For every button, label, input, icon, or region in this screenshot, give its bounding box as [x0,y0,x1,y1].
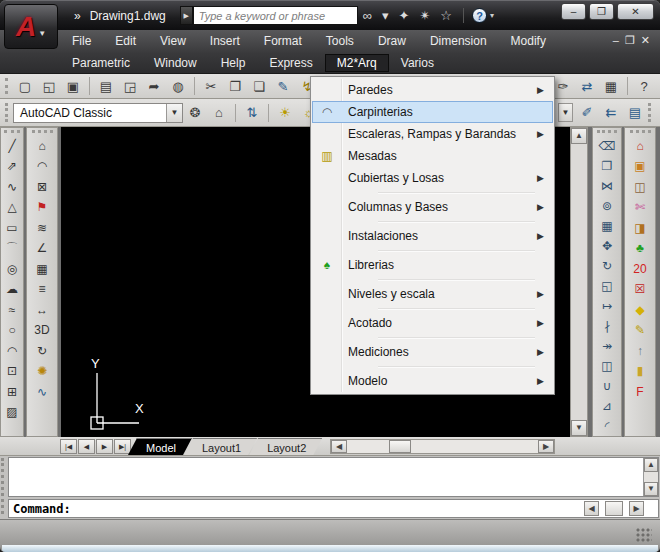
menu-item-niveles[interactable]: Niveles y escala ▶ [312,283,553,305]
menu-insert[interactable]: Insert [198,32,252,50]
snip-tool-button[interactable]: ✄ [630,198,650,219]
mirror-button[interactable]: ⋈ [597,176,617,196]
menu-item-paredes[interactable]: Paredes ▶ [312,79,553,101]
cut-button[interactable]: ✂ [200,76,222,97]
menu-edit[interactable]: Edit [103,32,148,50]
arc-button[interactable]: ⌒ [2,239,22,260]
menu-tools[interactable]: Tools [314,32,366,50]
rotate-center-button[interactable]: ↻ [32,341,52,362]
door-swing-button[interactable]: ◠ [32,157,52,178]
first-tab-button[interactable]: |◀ [60,439,77,454]
horizontal-scrollbar[interactable]: ◀ ▶ [330,439,555,454]
command-history[interactable]: Enter new value for WSCURRENT <"2D Draft… [8,457,659,497]
plumbing-button[interactable]: ∿ [32,382,52,403]
f-tool-button[interactable]: F [630,382,650,403]
scroll-up-button[interactable]: ▲ [571,128,587,144]
menu-express[interactable]: Express [257,54,324,72]
scroll-right-button[interactable]: ▶ [538,440,554,453]
open-button[interactable]: ◱ [38,76,60,97]
doc-minimize-button[interactable]: – [613,33,619,47]
tab-layout2[interactable]: Layout2 [249,438,322,455]
rotate-button[interactable]: ↻ [597,256,617,276]
doc-close-button[interactable]: ✕ [641,33,650,47]
prev-tab-button[interactable]: ◀ [78,439,95,454]
menu-item-modelo[interactable]: Modelo ▶ [312,370,553,392]
make-block-button[interactable]: ⊞ [2,382,22,403]
make-object-layer-current-button[interactable]: ✐ [576,102,598,123]
help-button[interactable]: ? [633,76,655,97]
vertical-scrollbar[interactable]: ▲ ▼ [570,127,588,437]
stairs-button[interactable]: ≋ [32,218,52,239]
menu-file[interactable]: File [60,32,103,50]
last-tab-button[interactable]: ▶| [114,439,131,454]
delete-doc-tool-button[interactable]: ☒ [630,280,650,301]
offset-button[interactable]: ⊚ [597,196,617,216]
scale-button[interactable]: ◱ [597,276,617,296]
layer-translator-button[interactable]: ⇄ [576,76,598,97]
ellipse-arc-button[interactable]: ◠ [2,341,22,362]
command-input[interactable]: Command: ◀ ▶ [8,499,659,518]
maximize-button[interactable]: ❐ [589,3,614,20]
dimension-21-button[interactable]: ↔ [32,300,52,321]
command-h-scrollbar[interactable]: ◀ ▶ [584,501,646,516]
scroll-left-button[interactable]: ◀ [331,440,347,453]
menu-view[interactable]: View [148,32,198,50]
arrow-up-tool-button[interactable]: ↑ [630,341,650,362]
workspace-combobox[interactable]: AutoCAD Classic ▼ [13,103,183,123]
marker-button[interactable]: ⚑ [32,198,52,219]
polyline-button[interactable]: ∿ [2,177,22,198]
scroll-right-button[interactable]: ▶ [629,501,644,516]
menu-window[interactable]: Window [142,54,209,72]
scroll-left-button[interactable]: ◀ [584,501,599,516]
menu-item-instalaciones[interactable]: Instalaciones ▶ [312,225,553,247]
application-menu-button[interactable]: A ▼ [4,4,58,49]
search-options-dropdown-icon[interactable]: ▾ [378,8,393,23]
toolbar-grip[interactable] [5,78,9,95]
tab-layout1[interactable]: Layout1 [184,438,257,455]
plot-preview-button[interactable]: ◲ [119,76,141,97]
menu-item-escaleras[interactable]: Escaleras, Rampas y Barandas ▶ [312,123,553,145]
communication-center-icon[interactable]: ✴ [415,8,434,23]
3d-dwf-button[interactable]: ◍ [167,76,189,97]
revision-cloud-button[interactable]: ☁ [2,280,22,301]
menu-item-mesadas[interactable]: ▥ Mesadas [312,145,553,167]
menu-format[interactable]: Format [252,32,314,50]
tree-tool-button[interactable]: ♣ [630,239,650,260]
ramp-button[interactable]: ∠ [32,239,52,260]
menu-m2arq[interactable]: M2*Arq [325,54,389,72]
minimize-button[interactable]: – [561,3,586,20]
extend-button[interactable]: ↠ [597,336,617,356]
move-button[interactable]: ✥ [597,236,617,256]
toolbar-grip[interactable] [597,130,617,133]
menu-item-acotado[interactable]: Acotado ▶ [312,312,553,334]
toolbar-grip[interactable] [4,130,19,133]
menu-modify[interactable]: Modify [499,32,558,50]
tab-model[interactable]: Model [128,438,192,455]
menu-parametric[interactable]: Parametric [60,54,142,72]
array-button[interactable]: ▦ [597,216,617,236]
menu-varios[interactable]: Varios [389,54,446,72]
menu-item-carpinterias[interactable]: ◠ Carpinterias [312,101,553,123]
fillet-button[interactable]: ◜ [597,416,617,436]
markup-button[interactable]: ✑ [552,76,574,97]
wall-tool-button[interactable]: ⌂ [32,136,52,157]
menu-draw[interactable]: Draw [366,32,418,50]
layers-stack-button[interactable]: ≡ [32,280,52,301]
insert-block-button[interactable]: ⊡ [2,362,22,383]
copy-button[interactable]: ❐ [224,76,246,97]
box-hatch-button[interactable]: ⊠ [32,177,52,198]
join-button[interactable]: ∪ [597,376,617,396]
layer-previous-button[interactable]: ⇇ [600,102,622,123]
toolbar-grip[interactable] [630,130,651,133]
menu-dimension[interactable]: Dimension [418,32,499,50]
resize-grip[interactable] [636,528,652,542]
3d-button[interactable]: 3D [32,321,52,342]
hatch-button[interactable]: ▨ [2,403,22,424]
trim-button[interactable]: ∤ [597,316,617,336]
line-button[interactable]: ╱ [2,136,22,157]
column-tool-button[interactable]: ▮ [630,362,650,383]
window-3d-tool-button[interactable]: ◫ [630,177,650,198]
menu-item-columnas[interactable]: Columnas y Bases ▶ [312,196,553,218]
note-tool-button[interactable]: ✎ [630,321,650,342]
match-properties-button[interactable]: ✎ [272,76,294,97]
